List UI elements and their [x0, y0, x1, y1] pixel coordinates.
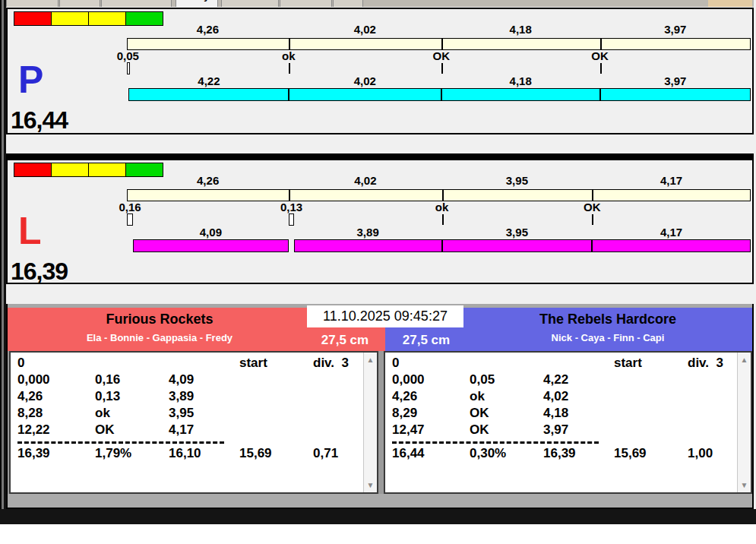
table-row: 12,22OK4,17 — [11, 422, 362, 438]
tab-kr-st[interactable]: KR / ST — [280, 0, 331, 7]
table-cell: ok — [463, 388, 536, 405]
table-row: 8,28ok3,95 — [11, 405, 362, 422]
tab-de[interactable]: DE — [333, 0, 363, 7]
table-cell — [607, 372, 681, 388]
table-cell — [536, 355, 607, 372]
table-cell: div. 3 — [681, 355, 735, 372]
table-cell: ok — [88, 405, 162, 422]
split-bar-divider — [289, 38, 290, 50]
changeover-tick — [600, 63, 602, 74]
tab-grafy[interactable]: Grafy — [176, 0, 218, 7]
tab-idla[interactable]: Čidla — [59, 0, 100, 7]
dog-time-label: 4,09 — [200, 226, 222, 239]
table-cell — [607, 405, 681, 422]
table-cell: 16,39 — [536, 445, 607, 462]
table-cell — [306, 422, 362, 438]
table-cell: 8,28 — [11, 405, 88, 422]
table-cell — [463, 355, 536, 372]
table-cell — [681, 388, 735, 405]
vertical-scrollbar[interactable]: ▲ ▼ — [363, 353, 377, 492]
table-cell: 1,79% — [88, 445, 162, 462]
table-cell — [607, 422, 681, 438]
table-cell: 0,000 — [11, 372, 88, 388]
table-cell — [681, 405, 735, 422]
changeover-tick — [442, 214, 444, 225]
table-cell — [607, 388, 681, 405]
table-cell: 4,26 — [385, 388, 463, 405]
changeover-label: OK — [584, 201, 601, 213]
team-right-name: The Rebels Hardcore — [463, 312, 752, 327]
scroll-down-icon[interactable]: ▼ — [738, 479, 751, 492]
table-cell: 3,95 — [162, 405, 232, 422]
table-cell — [88, 355, 162, 372]
status-square-2 — [51, 11, 89, 26]
table-cell: 16,10 — [162, 445, 232, 462]
status-square-1 — [14, 163, 52, 177]
status-square-2 — [51, 163, 89, 177]
table-cell: 0,13 — [88, 388, 162, 405]
table-cell: 4,09 — [162, 372, 232, 388]
scroll-up-icon[interactable]: ▲ — [364, 353, 377, 366]
tab-kombi-graf[interactable]: Kombi Graf — [101, 0, 172, 7]
scroll-down-icon[interactable]: ▼ — [364, 479, 377, 492]
dog-time-label: 4,17 — [660, 226, 682, 239]
timing-chart-p: 4,264,024,183,970,05okOKOK4,224,024,183,… — [127, 9, 751, 104]
status-square-3 — [88, 11, 126, 26]
dog-run-bar — [128, 88, 289, 101]
lane-panel-p: 4,264,024,183,970,05okOKOK4,224,024,183,… — [6, 8, 754, 134]
tab-list: RozběhČidlaKombi GrafGrafyDružstvaKR / S… — [6, 0, 364, 7]
changeover-label: ok — [282, 50, 296, 62]
tab-rozb-h[interactable]: Rozběh — [6, 0, 59, 7]
table-row: 0startdiv. 3 — [11, 355, 362, 372]
dog-run-bar — [289, 88, 441, 101]
split-bar-divider — [442, 189, 444, 201]
table-cell: div. 3 — [306, 355, 362, 372]
table-cell — [306, 372, 362, 388]
table-cell: 16,39 — [11, 445, 88, 462]
leg-split-label: 4,17 — [660, 175, 682, 187]
dog-time-label: 3,89 — [357, 226, 379, 239]
table-cell: 15,69 — [232, 445, 306, 462]
table-cell: 4,02 — [536, 388, 607, 405]
table-cell: 3,89 — [162, 388, 232, 405]
table-cell: 0 — [11, 355, 88, 372]
vertical-scrollbar[interactable]: ▲ ▼ — [737, 353, 751, 492]
application-window: RozběhČidlaKombi GrafGrafyDružstvaKR / S… — [0, 0, 756, 544]
table-cell: OK — [463, 422, 536, 438]
table-cell: 0,16 — [88, 372, 162, 388]
status-square-3 — [88, 163, 126, 177]
table-cell: start — [232, 355, 306, 372]
team-left-name: Furious Rockets — [8, 312, 312, 327]
table-cell: 0,30% — [463, 445, 536, 462]
panel-divider — [6, 153, 754, 159]
leg-split-label: 3,97 — [664, 24, 686, 36]
results-table-right: 0startdiv. 30,0000,054,224,26ok4,028,29O… — [384, 351, 752, 494]
table-cell: 8,29 — [385, 405, 463, 422]
jump-height-left: 27,5 cm — [305, 333, 384, 348]
table-cell: OK — [88, 422, 162, 438]
table-cell — [681, 422, 735, 438]
table-row: 4,26ok4,02 — [385, 388, 735, 405]
table-cell — [306, 388, 362, 405]
tab-bar: RozběhČidlaKombi GrafGrafyDružstvaKR / S… — [6, 0, 754, 7]
status-square-1 — [14, 11, 52, 26]
changeover-label: OK — [591, 50, 609, 62]
tab-dru-stva[interactable]: Družstva — [221, 0, 280, 7]
changeover-tick — [592, 214, 593, 225]
table-cell: 4,26 — [11, 388, 88, 405]
leg-split-label: 4,26 — [197, 175, 219, 187]
table-cell: 3,97 — [536, 422, 607, 438]
leg-split-label: 4,02 — [354, 175, 376, 187]
table-cell: 16,44 — [385, 445, 463, 462]
timing-chart-l: 4,264,023,954,170,160,13okOK4,093,893,95… — [127, 160, 751, 255]
table-cell — [232, 388, 306, 405]
dog-time-label: 4,18 — [510, 75, 532, 87]
split-bar-divider — [289, 189, 290, 201]
table-cell: start — [607, 355, 681, 372]
horizontal-scrollbar[interactable] — [8, 494, 752, 508]
scroll-up-icon[interactable]: ▲ — [738, 353, 751, 366]
team-right-members: Nick - Caya - Finn - Capi — [463, 332, 752, 343]
changeover-label: ok — [435, 201, 449, 213]
window-left-edge — [0, 0, 6, 524]
dog-run-bar — [133, 239, 289, 252]
